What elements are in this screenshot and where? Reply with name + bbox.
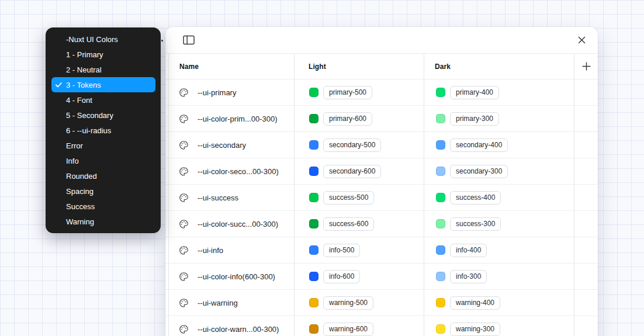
color-swatch[interactable] — [436, 272, 445, 281]
menu-item[interactable]: Spacing — [51, 183, 155, 199]
color-swatch[interactable] — [309, 324, 318, 334]
token-alias-badge[interactable]: warning-400 — [450, 296, 500, 310]
variable-name: --ui-primary — [198, 88, 236, 97]
menu-item[interactable]: 3 - Tokens — [51, 77, 155, 92]
menu-item-label: 4 - Font — [66, 96, 92, 105]
light-mode-cell: secondary-600 — [295, 158, 424, 184]
menu-item-label: 6 - --ui-radius — [66, 126, 111, 135]
token-alias-badge[interactable]: success-300 — [450, 217, 501, 231]
canvas-background: { "menu": { "background": "#1e1e1e", "hi… — [0, 0, 644, 336]
variable-row[interactable]: --ui-color-seco...00-300) secondary-600 … — [165, 158, 598, 185]
dark-mode-cell: info-400 — [424, 237, 574, 263]
column-header-light: Light — [295, 54, 424, 79]
color-swatch[interactable] — [436, 193, 445, 202]
token-alias-label: warning-300 — [456, 325, 494, 334]
color-swatch[interactable] — [436, 167, 445, 176]
color-swatch[interactable] — [436, 245, 445, 255]
row-actions-cell — [574, 106, 598, 131]
variable-row[interactable]: --ui-info info-500 info-400 — [165, 237, 598, 264]
dark-mode-cell: success-400 — [424, 185, 574, 210]
variable-name: --ui-color-info(600-300) — [198, 272, 275, 281]
token-alias-badge[interactable]: primary-300 — [450, 112, 499, 126]
menu-item[interactable]: -Nuxt UI Colors — [51, 32, 155, 47]
token-alias-badge[interactable]: info-300 — [450, 270, 487, 283]
sidebar-toggle-icon — [183, 35, 195, 45]
variable-row[interactable]: --ui-primary primary-500 primary-400 — [165, 79, 598, 106]
color-swatch[interactable] — [309, 272, 318, 281]
menu-item[interactable]: Error — [51, 138, 155, 153]
menu-item[interactable]: Success — [51, 199, 155, 214]
token-alias-badge[interactable]: primary-400 — [450, 86, 499, 99]
menu-item-label: Info — [66, 157, 79, 165]
token-alias-badge[interactable]: success-400 — [450, 191, 501, 205]
color-swatch[interactable] — [309, 167, 318, 176]
row-actions-cell — [574, 211, 598, 237]
color-variable-icon — [179, 219, 189, 229]
token-alias-label: primary-400 — [456, 88, 493, 97]
token-alias-badge[interactable]: secondary-600 — [323, 165, 381, 178]
color-swatch[interactable] — [309, 140, 318, 150]
color-swatch[interactable] — [436, 88, 445, 97]
menu-item[interactable]: 6 - --ui-radius — [51, 123, 155, 138]
token-alias-badge[interactable]: success-500 — [323, 191, 374, 205]
color-swatch[interactable] — [309, 193, 318, 202]
color-variable-icon — [179, 298, 189, 308]
variable-row[interactable]: --ui-secondary secondary-500 secondary-4… — [165, 132, 598, 158]
token-alias-badge[interactable]: info-400 — [450, 244, 487, 257]
menu-item[interactable]: Warning — [51, 214, 155, 229]
variable-name: --ui-color-seco...00-300) — [198, 167, 279, 176]
token-alias-badge[interactable]: primary-600 — [323, 112, 372, 126]
menu-item[interactable]: 2 - Neutral — [51, 62, 155, 77]
token-alias-badge[interactable]: secondary-400 — [450, 138, 508, 152]
variable-row[interactable]: --ui-color-info(600-300) info-600 info-3… — [165, 264, 598, 290]
token-alias-badge[interactable]: warning-600 — [323, 323, 373, 336]
token-alias-label: secondary-600 — [329, 167, 375, 176]
color-swatch[interactable] — [309, 88, 318, 97]
token-alias-badge[interactable]: primary-500 — [323, 86, 372, 99]
token-alias-badge[interactable]: success-600 — [323, 217, 374, 231]
color-swatch[interactable] — [309, 114, 318, 123]
column-header-name-label: Name — [179, 63, 199, 71]
row-actions-cell — [574, 185, 598, 210]
checkmark-icon — [56, 82, 66, 88]
color-swatch[interactable] — [309, 298, 318, 307]
token-alias-badge[interactable]: secondary-500 — [323, 138, 381, 152]
color-swatch[interactable] — [436, 219, 445, 228]
color-swatch[interactable] — [436, 114, 445, 123]
color-swatch[interactable] — [436, 324, 445, 334]
sidebar-toggle-button[interactable] — [179, 31, 198, 50]
light-mode-cell: success-600 — [295, 211, 424, 237]
menu-item[interactable]: Info — [51, 153, 155, 168]
variable-row[interactable]: --ui-color-succ...00-300) success-600 su… — [165, 211, 598, 237]
menu-item-label: Error — [66, 141, 83, 150]
token-alias-label: info-500 — [329, 246, 354, 255]
menu-item-label: -Nuxt UI Colors — [66, 35, 118, 44]
token-alias-label: info-600 — [329, 272, 354, 281]
add-mode-button[interactable] — [578, 58, 594, 75]
token-alias-badge[interactable]: info-500 — [323, 244, 360, 257]
variable-row[interactable]: --ui-color-warn...00-300) warning-600 wa… — [165, 316, 598, 336]
menu-item[interactable]: Rounded — [51, 168, 155, 183]
close-button[interactable] — [572, 31, 591, 50]
token-alias-badge[interactable]: warning-300 — [450, 323, 500, 336]
color-swatch[interactable] — [436, 140, 445, 150]
token-alias-label: primary-600 — [329, 115, 366, 123]
token-alias-badge[interactable]: info-600 — [323, 270, 360, 283]
menu-item[interactable]: 1 - Primary — [51, 47, 155, 62]
variable-row[interactable]: --ui-color-prim...00-300) primary-600 pr… — [165, 106, 598, 132]
menu-item-label: Rounded — [66, 172, 97, 181]
token-alias-badge[interactable]: secondary-300 — [450, 165, 508, 178]
color-swatch[interactable] — [309, 245, 318, 255]
variable-row[interactable]: --ui-success success-500 success-400 — [165, 185, 598, 211]
light-mode-cell: info-600 — [295, 264, 424, 289]
token-alias-label: warning-400 — [456, 299, 494, 307]
row-actions-cell — [574, 132, 598, 158]
color-swatch[interactable] — [309, 219, 318, 228]
menu-item[interactable]: 5 - Secondary — [51, 108, 155, 123]
token-alias-label: primary-500 — [329, 88, 366, 97]
menu-item[interactable]: 4 - Font — [51, 92, 155, 108]
variable-row[interactable]: --ui-warning warning-500 warning-400 — [165, 290, 598, 316]
column-header-actions — [574, 54, 598, 79]
token-alias-badge[interactable]: warning-500 — [323, 296, 373, 310]
color-swatch[interactable] — [436, 298, 445, 307]
